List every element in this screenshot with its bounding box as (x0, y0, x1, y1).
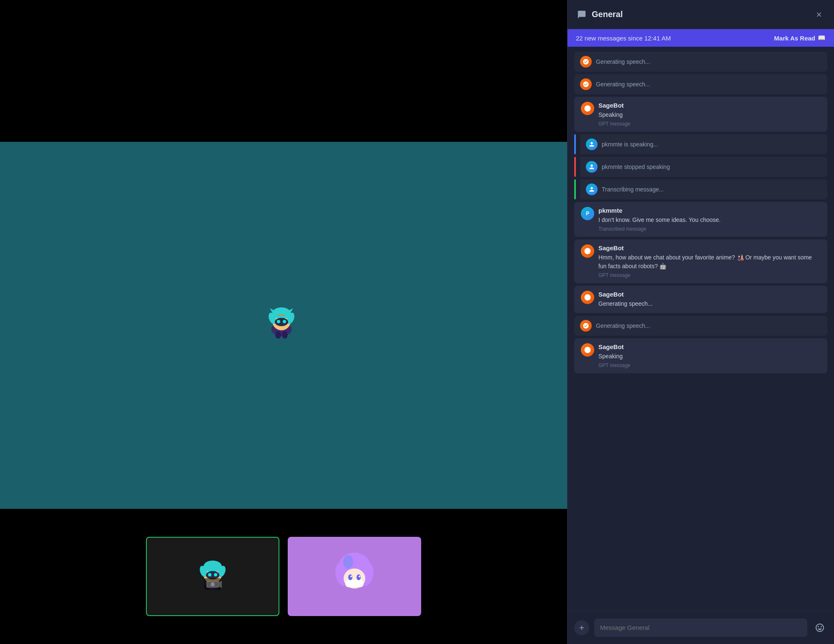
list-item: Generating speech... (574, 52, 827, 72)
list-item: P pkmmte I don't know. Give me some idea… (574, 202, 827, 237)
chat-bubble-icon (576, 9, 588, 20)
sagebot-avatar-3 (581, 291, 594, 304)
sagebot-message-4: SageBot Speaking GPT message (598, 343, 630, 368)
transcribing-text: Transcribing message... (602, 186, 664, 193)
list-item: pkmmte stopped speaking (574, 157, 827, 177)
sagebot-message-2: SageBot Hmm, how about we chat about you… (598, 244, 821, 278)
sagebot-avatar-4 (581, 343, 594, 357)
svg-point-32 (348, 574, 352, 580)
game-bottom-bar (0, 509, 567, 644)
new-messages-banner: 22 new messages since 12:41 AM Mark As R… (568, 29, 834, 47)
sagebot-message-1: SageBot Speaking GPT message (598, 102, 630, 127)
chat-messages-list: Generating speech... Generating speech..… (568, 47, 834, 611)
pkmmte-stopped-text: pkmmte stopped speaking (602, 164, 670, 170)
svg-point-21 (214, 573, 217, 576)
list-item: Transcribing message... (574, 179, 827, 199)
list-item: SageBot Speaking GPT message (574, 97, 827, 132)
svg-point-12 (275, 331, 281, 339)
generating-speech-text-1: Generating speech... (596, 58, 650, 65)
add-attachment-button[interactable] (574, 620, 589, 635)
list-item: Generating speech... (574, 74, 827, 94)
list-item: pkmmte is speaking... (574, 134, 827, 154)
svg-point-35 (359, 576, 360, 577)
svg-point-9 (275, 318, 288, 326)
pkmmte-message: pkmmte I don't know. Give me some ideas.… (598, 207, 721, 232)
svg-point-29 (343, 555, 353, 569)
game-character (265, 307, 302, 344)
svg-point-20 (208, 573, 211, 576)
svg-point-11 (283, 320, 286, 323)
video-tile-2[interactable] (288, 537, 421, 616)
list-item: SageBot Hmm, how about we chat about you… (574, 239, 827, 283)
bot-avatar-small-3 (580, 320, 592, 332)
sagebot-avatar (581, 102, 594, 115)
user-avatar-small-3 (586, 184, 598, 195)
generating-speech-text-2: Generating speech... (596, 81, 650, 88)
stopped-speaking-indicator-bar (574, 157, 576, 177)
generating-speech-text-3: Generating speech... (596, 322, 650, 329)
list-item: Generating speech... (574, 316, 827, 336)
close-button[interactable] (812, 8, 826, 21)
list-item: SageBot Speaking GPT message (574, 338, 827, 373)
avatar-tile-icon (288, 537, 421, 616)
camera-tile-icon (147, 538, 279, 615)
user-avatar-small-2 (586, 161, 598, 173)
list-item: SageBot Generating speech... (574, 286, 827, 313)
game-viewport (0, 142, 567, 509)
user-avatar-small (586, 138, 598, 150)
sagebot-avatar-2 (581, 244, 594, 258)
chat-header: General (568, 0, 834, 29)
svg-point-10 (277, 320, 280, 323)
svg-point-23 (211, 582, 215, 586)
svg-rect-31 (345, 580, 364, 587)
speaking-indicator-bar (574, 134, 576, 154)
pkmmte-speaking-text: pkmmte is speaking... (602, 141, 658, 148)
message-input[interactable] (594, 619, 807, 637)
game-top-black (0, 0, 567, 142)
sagebot-message-3: SageBot Generating speech... (598, 291, 653, 308)
chat-panel: General 22 new messages since 12:41 AM M… (567, 0, 834, 644)
game-area (0, 0, 567, 644)
chat-title: General (592, 10, 808, 19)
svg-point-33 (357, 574, 361, 580)
bot-avatar-small (580, 78, 592, 90)
svg-point-34 (350, 576, 352, 577)
pkmmte-avatar: P (581, 207, 594, 220)
video-tile-1[interactable] (146, 537, 279, 616)
chat-input-area (568, 611, 834, 644)
new-messages-text: 22 new messages since 12:41 AM (576, 35, 671, 42)
emoji-button[interactable] (812, 620, 827, 635)
svg-point-13 (282, 331, 288, 339)
bot-avatar-small (580, 56, 592, 68)
transcribing-indicator-bar (574, 179, 576, 199)
mark-as-read-button[interactable]: Mark As Read 📖 (774, 34, 826, 42)
